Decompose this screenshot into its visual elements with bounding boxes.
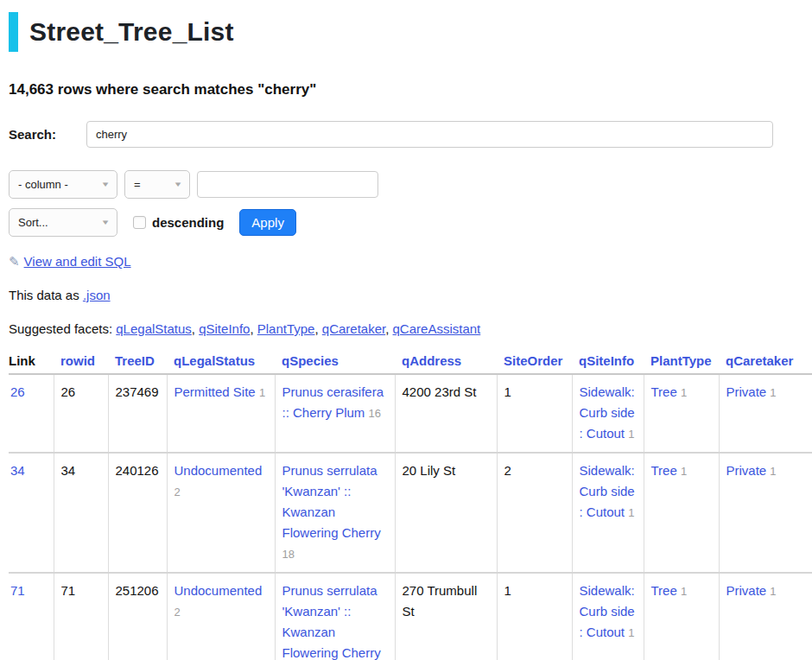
sort-select-value: Sort...: [18, 216, 48, 229]
facet-count: 16: [369, 407, 381, 420]
facet-value-link[interactable]: Prunus serrulata 'Kwanzan' :: Kwanzan Fl…: [282, 463, 381, 540]
sort-row: Sort... ▼ descending Apply: [9, 208, 803, 237]
facet-value-link[interactable]: Private: [726, 463, 767, 478]
cell-qspecies: Prunus serrulata 'Kwanzan' :: Kwanzan Fl…: [275, 573, 395, 660]
facet-count: 1: [770, 585, 776, 598]
facet-value-link[interactable]: Private: [726, 384, 767, 399]
table-row: 26 26 237469 Permitted Site 1 Prunus cer…: [9, 374, 812, 453]
chevron-down-icon: ▼: [100, 181, 110, 188]
chevron-down-icon: ▼: [173, 181, 182, 188]
json-link[interactable]: .json: [83, 288, 111, 302]
facet-value-link[interactable]: Permitted Site: [174, 384, 256, 399]
filter-value-input[interactable]: [197, 171, 378, 198]
cell-qcaretaker: Private 1: [719, 573, 812, 660]
cell-rowid: 71: [54, 573, 108, 660]
sort-qaddress-link[interactable]: qAddress: [402, 353, 461, 368]
facet-count: 1: [628, 506, 634, 519]
descending-label: descending: [152, 215, 224, 230]
sort-qlegalstatus-link[interactable]: qLegalStatus: [174, 353, 255, 368]
search-label: Search:: [9, 127, 86, 142]
facet-count: 1: [259, 386, 265, 399]
row-link[interactable]: 34: [10, 463, 25, 478]
apply-button[interactable]: Apply: [239, 209, 296, 236]
accent-bar: [9, 12, 18, 52]
view-edit-sql-link[interactable]: View and edit SQL: [24, 254, 131, 269]
facet-link-planttype[interactable]: PlantType: [257, 321, 315, 336]
cell-rowid: 34: [54, 453, 108, 573]
column-select[interactable]: - column - ▼: [9, 170, 117, 199]
facet-link-qcaretaker[interactable]: qCaretaker: [322, 321, 385, 336]
facet-value-link[interactable]: Private: [726, 583, 767, 598]
column-header-qspecies: qSpecies: [275, 353, 395, 374]
data-as-label: This data as: [9, 288, 79, 302]
column-header-treeid: TreeID: [108, 353, 167, 374]
cell-qlegalstatus: Permitted Site 1: [167, 374, 275, 453]
sort-select[interactable]: Sort... ▼: [9, 208, 117, 237]
search-input[interactable]: [86, 121, 773, 148]
operator-select-value: =: [134, 178, 141, 191]
column-header-qaddress: qAddress: [395, 353, 497, 374]
facet-value-link[interactable]: Undocumented: [174, 583, 263, 598]
facet-value-link[interactable]: Tree: [651, 384, 677, 399]
facet-value-link[interactable]: Undocumented: [174, 463, 263, 478]
table-row: 71 71 251206 Undocumented 2 Prunus serru…: [9, 573, 812, 660]
chevron-down-icon: ▼: [100, 219, 110, 226]
facet-link-qlegalstatus[interactable]: qLegalStatus: [116, 321, 192, 336]
suggested-facets-row: Suggested facets: qLegalStatus, qSiteInf…: [9, 321, 803, 336]
sort-treeid-link[interactable]: TreeID: [115, 353, 155, 368]
cell-treeid: 237469: [108, 374, 167, 453]
facet-count: 1: [628, 626, 634, 639]
sort-qcaretaker-link[interactable]: qCaretaker: [726, 353, 793, 368]
column-header-rowid: rowid: [54, 353, 108, 374]
sort-rowid-link[interactable]: rowid: [60, 353, 95, 368]
sort-qspecies-link[interactable]: qSpecies: [282, 353, 339, 368]
facet-value-link[interactable]: Sidewalk: Curb side : Cutout: [580, 384, 635, 441]
facet-value-link[interactable]: Tree: [651, 463, 677, 478]
pencil-icon: ✎: [9, 254, 20, 269]
facets-label: Suggested facets:: [9, 321, 112, 336]
facet-value-link[interactable]: Prunus serrulata 'Kwanzan' :: Kwanzan Fl…: [282, 583, 381, 660]
cell-qspecies: Prunus serrulata 'Kwanzan' :: Kwanzan Fl…: [275, 453, 395, 573]
facet-count: 1: [681, 585, 687, 598]
operator-select[interactable]: = ▼: [124, 170, 190, 199]
descending-checkbox[interactable]: [133, 216, 146, 229]
cell-siteorder: 2: [497, 453, 572, 573]
cell-link: 26: [9, 374, 54, 453]
cell-planttype: Tree 1: [644, 374, 719, 453]
cell-qlegalstatus: Undocumented 2: [167, 573, 275, 660]
cell-qsiteinfo: Sidewalk: Curb side : Cutout 1: [572, 453, 644, 573]
cell-qcaretaker: Private 1: [719, 453, 812, 573]
facet-separator: ,: [314, 321, 318, 336]
page-title: Street_Tree_List: [29, 17, 234, 47]
page-header: Street_Tree_List: [9, 12, 803, 52]
column-header-qsiteinfo: qSiteInfo: [572, 353, 644, 374]
sort-siteorder-link[interactable]: SiteOrder: [504, 353, 562, 368]
filter-row: - column - ▼ = ▼: [9, 170, 803, 199]
cell-qcaretaker: Private 1: [719, 374, 812, 453]
facet-count: 2: [174, 485, 181, 498]
facet-link-qsiteinfo[interactable]: qSiteInfo: [199, 321, 250, 336]
facet-value-link[interactable]: Sidewalk: Curb side : Cutout: [580, 583, 635, 639]
cell-qaddress: 270 Trumbull St: [395, 573, 497, 660]
facet-value-link[interactable]: Sidewalk: Curb side : Cutout: [580, 463, 635, 519]
cell-qaddress: 4200 23rd St: [395, 374, 497, 453]
facet-count: 1: [681, 465, 687, 478]
cell-siteorder: 1: [497, 573, 572, 660]
results-table: Link rowid TreeID qLegalStatus qSpecies …: [9, 353, 812, 660]
cell-link: 71: [9, 573, 54, 660]
cell-qspecies: Prunus cerasifera :: Cherry Plum 16: [275, 374, 395, 453]
cell-planttype: Tree 1: [644, 573, 719, 660]
sql-row: ✎View and edit SQL: [9, 254, 803, 270]
table-row: 34 34 240126 Undocumented 2 Prunus serru…: [9, 453, 812, 573]
facet-value-link[interactable]: Tree: [651, 583, 677, 598]
facet-separator: ,: [192, 321, 195, 336]
search-row: Search:: [9, 121, 803, 148]
sort-qsiteinfo-link[interactable]: qSiteInfo: [579, 353, 634, 368]
row-link[interactable]: 71: [10, 583, 25, 598]
row-link[interactable]: 26: [10, 384, 25, 399]
cell-qsiteinfo: Sidewalk: Curb side : Cutout 1: [572, 374, 644, 453]
facet-link-qcareassistant[interactable]: qCareAssistant: [393, 321, 481, 336]
facet-count: 2: [174, 606, 181, 619]
sort-planttype-link[interactable]: PlantType: [650, 353, 712, 368]
row-count-summary: 14,663 rows where search matches "cherry…: [9, 81, 803, 98]
